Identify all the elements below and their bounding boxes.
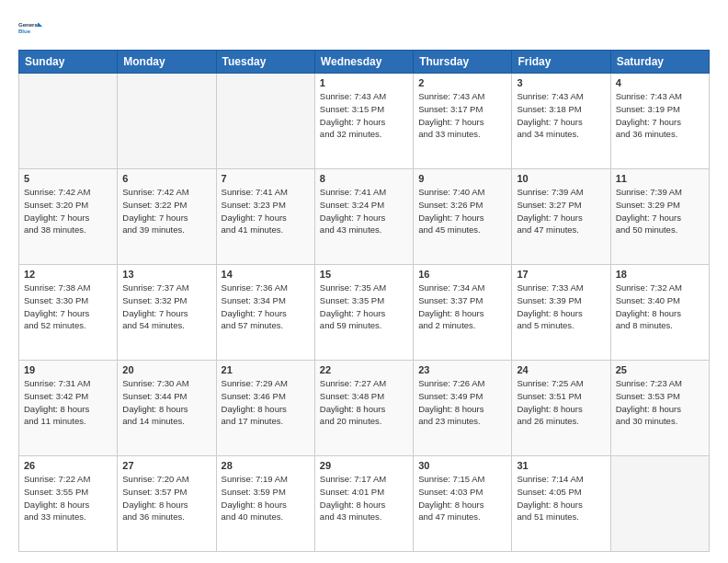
day-info: Sunrise: 7:43 AM Sunset: 3:17 PM Dayligh… <box>418 90 506 141</box>
calendar-cell: 20Sunrise: 7:30 AM Sunset: 3:44 PM Dayli… <box>118 361 216 456</box>
day-info: Sunrise: 7:25 AM Sunset: 3:51 PM Dayligh… <box>517 377 605 428</box>
logo-icon: GeneralBlue <box>18 15 44 40</box>
day-info: Sunrise: 7:36 AM Sunset: 3:34 PM Dayligh… <box>222 282 310 332</box>
calendar-day-header: Friday <box>512 51 610 74</box>
day-info: Sunrise: 7:30 AM Sunset: 3:44 PM Dayligh… <box>122 377 210 428</box>
calendar-day-header: Sunday <box>19 51 118 74</box>
day-number: 7 <box>222 173 310 184</box>
day-info: Sunrise: 7:39 AM Sunset: 3:27 PM Dayligh… <box>517 186 605 236</box>
day-info: Sunrise: 7:41 AM Sunset: 3:23 PM Dayligh… <box>222 186 310 236</box>
day-number: 15 <box>320 269 408 280</box>
day-number: 13 <box>122 269 210 280</box>
day-info: Sunrise: 7:31 AM Sunset: 3:42 PM Dayligh… <box>24 377 112 428</box>
day-number: 31 <box>517 460 605 471</box>
day-info: Sunrise: 7:32 AM Sunset: 3:40 PM Dayligh… <box>616 282 704 332</box>
day-number: 8 <box>320 173 408 184</box>
day-number: 23 <box>418 364 506 375</box>
day-info: Sunrise: 7:43 AM Sunset: 3:18 PM Dayligh… <box>517 90 605 141</box>
calendar-day-header: Saturday <box>610 51 709 74</box>
calendar-cell: 10Sunrise: 7:39 AM Sunset: 3:27 PM Dayli… <box>512 169 610 265</box>
calendar-cell: 12Sunrise: 7:38 AM Sunset: 3:30 PM Dayli… <box>19 265 118 361</box>
calendar-cell: 5Sunrise: 7:42 AM Sunset: 3:20 PM Daylig… <box>19 169 118 265</box>
day-number: 25 <box>616 364 704 375</box>
day-info: Sunrise: 7:41 AM Sunset: 3:24 PM Dayligh… <box>320 186 408 236</box>
day-number: 10 <box>517 173 605 184</box>
calendar-week-row: 19Sunrise: 7:31 AM Sunset: 3:42 PM Dayli… <box>19 361 710 456</box>
day-number: 16 <box>418 269 506 280</box>
day-number: 29 <box>320 460 408 471</box>
calendar-cell <box>610 456 709 552</box>
calendar-cell: 15Sunrise: 7:35 AM Sunset: 3:35 PM Dayli… <box>314 265 413 361</box>
day-number: 22 <box>320 364 408 375</box>
day-number: 19 <box>24 364 112 375</box>
calendar-cell: 11Sunrise: 7:39 AM Sunset: 3:29 PM Dayli… <box>610 169 709 265</box>
calendar-cell: 7Sunrise: 7:41 AM Sunset: 3:23 PM Daylig… <box>216 169 314 265</box>
calendar-cell: 27Sunrise: 7:20 AM Sunset: 3:57 PM Dayli… <box>118 456 216 552</box>
day-number: 20 <box>122 364 210 375</box>
calendar-cell: 26Sunrise: 7:22 AM Sunset: 3:55 PM Dayli… <box>19 456 118 552</box>
calendar-cell <box>118 74 216 169</box>
day-info: Sunrise: 7:20 AM Sunset: 3:57 PM Dayligh… <box>122 473 210 523</box>
calendar-cell: 25Sunrise: 7:23 AM Sunset: 3:53 PM Dayli… <box>610 361 709 456</box>
day-info: Sunrise: 7:43 AM Sunset: 3:15 PM Dayligh… <box>320 90 408 141</box>
day-info: Sunrise: 7:34 AM Sunset: 3:37 PM Dayligh… <box>418 282 506 332</box>
day-number: 1 <box>320 77 408 88</box>
day-number: 17 <box>517 269 605 280</box>
day-info: Sunrise: 7:42 AM Sunset: 3:20 PM Dayligh… <box>24 186 112 236</box>
day-info: Sunrise: 7:26 AM Sunset: 3:49 PM Dayligh… <box>418 377 506 428</box>
header: GeneralBlue <box>18 15 710 40</box>
day-info: Sunrise: 7:14 AM Sunset: 4:05 PM Dayligh… <box>517 473 605 523</box>
calendar-cell: 8Sunrise: 7:41 AM Sunset: 3:24 PM Daylig… <box>314 169 413 265</box>
calendar-cell: 17Sunrise: 7:33 AM Sunset: 3:39 PM Dayli… <box>512 265 610 361</box>
day-number: 24 <box>517 364 605 375</box>
calendar-cell: 18Sunrise: 7:32 AM Sunset: 3:40 PM Dayli… <box>610 265 709 361</box>
svg-text:General: General <box>18 22 40 28</box>
calendar-cell: 13Sunrise: 7:37 AM Sunset: 3:32 PM Dayli… <box>118 265 216 361</box>
calendar-cell: 3Sunrise: 7:43 AM Sunset: 3:18 PM Daylig… <box>512 74 610 169</box>
day-number: 9 <box>418 173 506 184</box>
calendar-cell: 21Sunrise: 7:29 AM Sunset: 3:46 PM Dayli… <box>216 361 314 456</box>
day-number: 21 <box>222 364 310 375</box>
day-number: 11 <box>616 173 704 184</box>
day-number: 6 <box>122 173 210 184</box>
day-info: Sunrise: 7:40 AM Sunset: 3:26 PM Dayligh… <box>418 186 506 236</box>
calendar-cell: 30Sunrise: 7:15 AM Sunset: 4:03 PM Dayli… <box>414 456 512 552</box>
day-info: Sunrise: 7:38 AM Sunset: 3:30 PM Dayligh… <box>24 282 112 332</box>
calendar-cell: 1Sunrise: 7:43 AM Sunset: 3:15 PM Daylig… <box>314 74 413 169</box>
day-info: Sunrise: 7:42 AM Sunset: 3:22 PM Dayligh… <box>122 186 210 236</box>
calendar-day-header: Thursday <box>414 51 512 74</box>
day-number: 5 <box>24 173 112 184</box>
calendar-day-header: Tuesday <box>216 51 314 74</box>
day-number: 26 <box>24 460 112 471</box>
calendar-cell <box>216 74 314 169</box>
calendar-day-header: Monday <box>118 51 216 74</box>
calendar-cell: 19Sunrise: 7:31 AM Sunset: 3:42 PM Dayli… <box>19 361 118 456</box>
calendar-cell: 16Sunrise: 7:34 AM Sunset: 3:37 PM Dayli… <box>414 265 512 361</box>
calendar-week-row: 12Sunrise: 7:38 AM Sunset: 3:30 PM Dayli… <box>19 265 710 361</box>
day-info: Sunrise: 7:37 AM Sunset: 3:32 PM Dayligh… <box>122 282 210 332</box>
day-number: 27 <box>122 460 210 471</box>
day-info: Sunrise: 7:22 AM Sunset: 3:55 PM Dayligh… <box>24 473 112 523</box>
calendar-cell: 22Sunrise: 7:27 AM Sunset: 3:48 PM Dayli… <box>314 361 413 456</box>
day-info: Sunrise: 7:43 AM Sunset: 3:19 PM Dayligh… <box>616 90 704 141</box>
calendar-week-row: 26Sunrise: 7:22 AM Sunset: 3:55 PM Dayli… <box>19 456 710 552</box>
day-info: Sunrise: 7:17 AM Sunset: 4:01 PM Dayligh… <box>320 473 408 523</box>
day-info: Sunrise: 7:33 AM Sunset: 3:39 PM Dayligh… <box>517 282 605 332</box>
day-info: Sunrise: 7:27 AM Sunset: 3:48 PM Dayligh… <box>320 377 408 428</box>
day-info: Sunrise: 7:39 AM Sunset: 3:29 PM Dayligh… <box>616 186 704 236</box>
calendar-day-header: Wednesday <box>314 51 413 74</box>
calendar-cell: 28Sunrise: 7:19 AM Sunset: 3:59 PM Dayli… <box>216 456 314 552</box>
calendar-week-row: 1Sunrise: 7:43 AM Sunset: 3:15 PM Daylig… <box>19 74 710 169</box>
page: GeneralBlue SundayMondayTuesdayWednesday… <box>0 0 728 563</box>
day-number: 28 <box>222 460 310 471</box>
calendar-cell: 14Sunrise: 7:36 AM Sunset: 3:34 PM Dayli… <box>216 265 314 361</box>
calendar-cell: 6Sunrise: 7:42 AM Sunset: 3:22 PM Daylig… <box>118 169 216 265</box>
logo: GeneralBlue <box>18 15 44 40</box>
day-info: Sunrise: 7:35 AM Sunset: 3:35 PM Dayligh… <box>320 282 408 332</box>
calendar-cell: 29Sunrise: 7:17 AM Sunset: 4:01 PM Dayli… <box>314 456 413 552</box>
calendar-cell: 31Sunrise: 7:14 AM Sunset: 4:05 PM Dayli… <box>512 456 610 552</box>
calendar-cell: 4Sunrise: 7:43 AM Sunset: 3:19 PM Daylig… <box>610 74 709 169</box>
calendar-header-row: SundayMondayTuesdayWednesdayThursdayFrid… <box>19 51 710 74</box>
day-number: 12 <box>24 269 112 280</box>
day-number: 2 <box>418 77 506 88</box>
